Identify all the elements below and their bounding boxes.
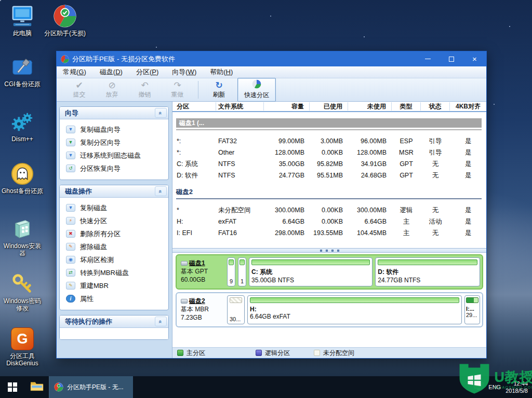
menu-wizard[interactable]: 向导(W) xyxy=(172,67,204,77)
app-pie-icon xyxy=(61,55,69,63)
disk2-group-header[interactable]: 磁盘2 xyxy=(176,188,482,199)
minimize-icon xyxy=(425,59,431,60)
collapse-chevron-icon[interactable]: « xyxy=(155,108,167,118)
title-bar[interactable]: 分区助手PE版 - 无损分区免费软件 × xyxy=(57,51,486,66)
display-icon[interactable] xyxy=(474,382,484,392)
collapse-chevron-icon[interactable]: « xyxy=(155,186,167,196)
windows-installer-icon xyxy=(1,216,44,242)
partition-block-msr[interactable]: 1 xyxy=(238,257,246,286)
undo-button[interactable]: ↶ 撤销 xyxy=(128,80,161,99)
cgi-backup-icon xyxy=(1,54,44,80)
close-icon: × xyxy=(472,55,477,63)
disk2-label: 磁盘2 基本 MBR 7.23GB xyxy=(179,295,224,324)
arrow-down-icon: ▼ xyxy=(66,152,75,159)
table-row[interactable]: H:exFAT6.64GB0.00KB6.64GB主活动是 xyxy=(172,216,486,227)
taskbar: 分区助手PE版 - 无... ENG 12:44 2018/5/8 xyxy=(0,376,532,398)
taskbar-app-partition-assistant[interactable]: 分区助手PE版 - 无... xyxy=(49,376,133,398)
sidebar-item-copy-partition-wizard[interactable]: ▼ 复制分区向导 xyxy=(60,136,168,149)
sidebar-item-bad-sector-test[interactable]: ◉ 坏扇区检测 xyxy=(60,253,168,266)
quick-partition-pie-icon xyxy=(252,79,261,90)
disk1-group-header[interactable]: 磁盘1 (... xyxy=(176,118,482,128)
toolbar: ✔ 提交 ⊘ 放弃 ↶ 撤销 ↷ 重做 ↻ 刷新 快速分区 xyxy=(57,78,486,102)
arrow-down-icon: ▼ xyxy=(66,139,75,146)
partition-assistant-window: 分区助手PE版 - 无损分区免费软件 × 常规(G) 磁盘(D) 分区(P) 向… xyxy=(56,51,487,359)
language-indicator[interactable]: ENG xyxy=(488,384,501,390)
menu-help[interactable]: 帮助(H) xyxy=(210,67,240,77)
unallocated-swatch xyxy=(314,350,320,356)
quick-partition-button[interactable]: 快速分区 xyxy=(237,78,276,102)
minimize-button[interactable] xyxy=(416,51,440,66)
sidebar-item-rebuild-mbr[interactable]: ✎ 重建MBR xyxy=(60,279,168,292)
disk2-card[interactable]: 磁盘2 基本 MBR 7.23GB 30... H: 6.64GB exFAT xyxy=(176,292,483,327)
commit-button[interactable]: ✔ 提交 xyxy=(63,80,96,99)
computer-icon xyxy=(1,3,44,29)
partition-block-c[interactable]: C: 系统 35.00GB NTFS xyxy=(249,257,373,286)
file-explorer-button[interactable] xyxy=(24,376,49,398)
sidebar-item-convert-to-mbr[interactable]: ⇄ 转换到MBR磁盘 xyxy=(60,266,168,279)
dism-gears-icon xyxy=(1,109,44,135)
arrow-down-icon: ▼ xyxy=(66,126,75,133)
sidebar-item-partition-recovery-wizard[interactable]: ↺ 分区恢复向导 xyxy=(60,162,168,175)
table-row[interactable]: *:FAT3299.00MB3.00MB96.00MBESP引导是 xyxy=(172,135,486,147)
discard-button[interactable]: ⊘ 放弃 xyxy=(96,80,128,99)
desktop-icon-ghost-backup[interactable]: Ghost备份还原 xyxy=(1,161,44,195)
maximize-button[interactable] xyxy=(440,51,463,66)
collapse-chevron-icon[interactable]: « xyxy=(155,317,167,326)
desktop-icon-partition-assistant[interactable]: 分区助手(无损) xyxy=(44,3,86,37)
table-row[interactable]: *:Other128.00MB0.00KB128.00MBMSR引导是 xyxy=(172,147,486,158)
sidebar-item-quick-partition[interactable]: ⚡ 快速分区 xyxy=(60,214,168,227)
partition-block-esp[interactable]: 9 xyxy=(227,257,235,286)
legend-unallocated: 未分配空间 xyxy=(314,349,354,358)
disk-icon xyxy=(181,299,188,304)
table-row[interactable]: I: EFIFAT16298.00MB193.55MB104.45MB主无是 xyxy=(172,227,486,239)
sidebar-item-delete-all-partitions[interactable]: ✖ 删除所有分区 xyxy=(60,227,168,240)
arrow-down-icon: ▼ xyxy=(66,204,75,212)
table-row[interactable]: D: 软件NTFS24.77GB95.51MB24.68GBGPT无是 xyxy=(172,170,486,181)
divider xyxy=(176,129,482,130)
sidebar: 向导 « ▼ 复制磁盘向导 ▼ 复制分区向导 ▼ 迁移系统到固态磁盘 xyxy=(57,102,172,358)
used-primary-strip xyxy=(466,297,478,303)
legend-primary: 主分区 xyxy=(177,349,205,358)
partition-block-d[interactable]: D: 软件 24.77GB NTFS xyxy=(375,257,480,286)
table-row[interactable]: C: 系统NTFS35.00GB95.82MB34.91GBGPT无是 xyxy=(172,158,486,170)
start-button[interactable] xyxy=(0,376,24,398)
logical-swatch xyxy=(256,350,262,356)
desktop-icon-diskgenius[interactable]: G 分区工具 DiskGenius xyxy=(1,326,44,367)
main-content: 分区 文件系统 容量 已使用 未使用 类型 状态 4KB对齐 磁盘1 (... … xyxy=(172,102,486,358)
info-icon: i xyxy=(66,295,75,303)
menu-bar: 常规(G) 磁盘(D) 分区(P) 向导(W) 帮助(H) xyxy=(57,66,486,78)
partition-block-unallocated[interactable]: 30... xyxy=(227,295,245,324)
desktop-icon-cgi-backup[interactable]: CGI备份还原 xyxy=(1,54,44,88)
desktop-icon-windows-installer[interactable]: Windows安装器 xyxy=(1,216,44,257)
desktop-icon-dism[interactable]: Dism++ xyxy=(1,109,44,143)
legend-logical: 逻辑分区 xyxy=(256,349,290,358)
primary-strip xyxy=(378,259,477,265)
splitter-handle[interactable] xyxy=(172,248,486,253)
partition-block-i[interactable]: I:... 29... xyxy=(464,295,480,324)
sidebar-item-copy-disk-wizard[interactable]: ▼ 复制磁盘向导 xyxy=(60,123,168,136)
desktop-icon-this-pc[interactable]: 此电脑 xyxy=(1,3,44,37)
sidebar-item-migrate-os-ssd[interactable]: ▼ 迁移系统到固态磁盘 xyxy=(60,149,168,162)
menu-disk[interactable]: 磁盘(D) xyxy=(100,67,130,77)
partition-block-h[interactable]: H: 6.64GB exFAT xyxy=(247,295,462,324)
unallocated-strip xyxy=(230,297,242,303)
disk-map: 磁盘1 基本 GPT 60.00GB 9 1 C: 系统 xyxy=(172,253,486,347)
panel-title: 磁盘操作 xyxy=(65,187,92,196)
pencil-icon: ✎ xyxy=(66,282,75,290)
menu-partition[interactable]: 分区(P) xyxy=(136,67,166,77)
partition-table: 分区 文件系统 容量 已使用 未使用 类型 状态 4KB对齐 磁盘1 (... … xyxy=(172,102,486,248)
redo-button[interactable]: ↷ 重做 xyxy=(161,80,194,99)
sidebar-item-copy-disk[interactable]: ▼ 复制磁盘 xyxy=(60,201,168,214)
clock[interactable]: 12:44 2018/5/8 xyxy=(506,380,528,395)
disk1-card[interactable]: 磁盘1 基本 GPT 60.00GB 9 1 C: 系统 xyxy=(176,254,483,290)
magnifier-icon: ◉ xyxy=(66,256,75,264)
sidebar-item-wipe-disk[interactable]: ✎ 擦除磁盘 xyxy=(60,240,168,253)
refresh-button[interactable]: ↻ 刷新 xyxy=(203,80,235,99)
system-tray: ENG 12:44 2018/5/8 xyxy=(474,376,532,398)
disk1-label: 磁盘1 基本 GPT 60.00GB xyxy=(179,257,224,286)
table-row[interactable]: *未分配空间300.00MB0.00KB300.00MB逻辑无是 xyxy=(172,204,486,216)
close-button[interactable]: × xyxy=(463,51,486,66)
sidebar-item-properties[interactable]: i 属性 xyxy=(60,292,168,305)
menu-general[interactable]: 常规(G) xyxy=(63,67,94,77)
desktop-icon-windows-password[interactable]: Windows密码修改 xyxy=(1,271,44,312)
